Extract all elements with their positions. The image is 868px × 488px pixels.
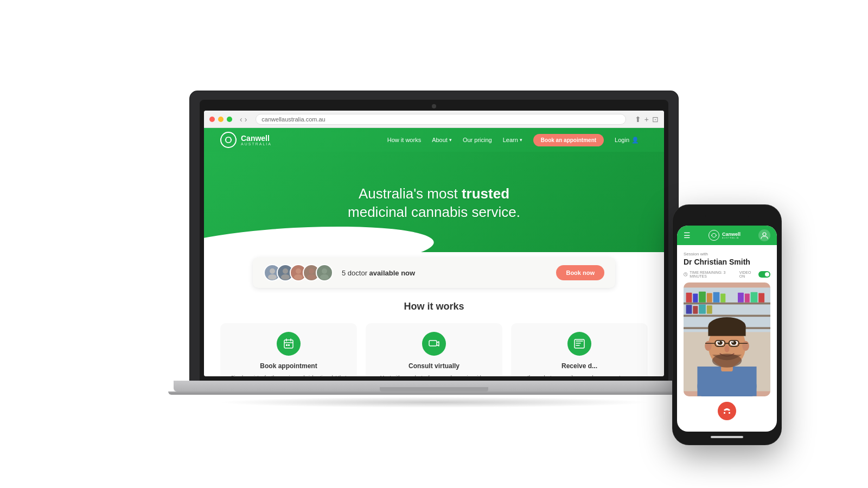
doctor-avatar-5 [316,264,333,281]
laptop-device: ‹ › canwellaustralia.com.au ⬆ + ⊡ [190,91,678,408]
back-button[interactable]: ‹ [240,115,242,124]
video-toggle[interactable]: VIDEO ON [739,271,770,278]
laptop-base [174,381,694,391]
svg-point-11 [320,274,329,280]
toggle-switch[interactable] [758,271,770,278]
svg-point-10 [322,268,327,274]
nav-pricing[interactable]: Our pricing [463,137,492,143]
phone-logo-icon [709,230,719,241]
browser-actions: ⬆ + ⊡ [635,115,659,124]
svg-rect-26 [684,303,770,305]
step-3-desc: If your doctor prescribes our pharmacy p… [520,374,639,376]
svg-rect-42 [758,293,764,303]
phone-logo[interactable]: Canwell AUSTRALIA [709,230,741,241]
hero-section: Australia's most trusted medicinal canna… [204,152,664,255]
laptop-screen: ‹ › canwellaustralia.com.au ⬆ + ⊡ [204,111,664,376]
phone-screen: ☰ Canwell AUSTRALIA [677,226,777,432]
cta-book-button[interactable]: Book now [556,265,604,280]
url-text: canwellaustralia.com.au [261,116,325,123]
svg-rect-64 [724,412,725,414]
close-window-button[interactable] [209,117,215,122]
logo-icon [220,132,237,148]
hero-text: Australia's most trusted medicinal canna… [348,185,520,222]
svg-point-21 [716,235,717,236]
cta-bar: 5 doctor available now Book now [253,258,615,288]
nav-logo[interactable]: Canwell AUSTRALIA [220,132,272,148]
session-label: Session with [684,252,770,256]
svg-point-55 [718,341,720,343]
browser-nav: ‹ › [240,115,247,124]
sidebar-icon[interactable]: ⊡ [652,115,659,124]
website-content: Canwell AUSTRALIA How it works About [204,128,664,376]
svg-point-49 [705,341,712,351]
time-remaining: TIME REMAINING: 3 MINUTES [684,271,739,278]
video-frame [684,282,770,396]
nav-login[interactable]: Login 👤 [615,137,639,144]
nav-links: How it works About Our pricing Learn [387,134,639,146]
step-3-icon [567,332,591,356]
step-3-card: Receive d... If your doctor prescribes o… [511,323,648,376]
svg-point-22 [763,233,766,236]
svg-rect-36 [693,306,698,314]
step-1-icon [277,332,301,356]
svg-point-8 [309,268,314,274]
svg-point-50 [742,341,749,351]
doctor-avatars [264,264,333,281]
logo-sub-text: AUSTRALIA [241,142,272,146]
phone-user-icon[interactable] [758,229,770,241]
svg-rect-39 [738,293,744,303]
svg-rect-29 [686,293,692,303]
svg-rect-38 [707,305,712,313]
step-1-title: Book appointment [229,362,348,370]
svg-rect-12 [284,340,293,348]
laptop-foot [168,391,700,395]
laptop-bezel: ‹ › canwellaustralia.com.au ⬆ + ⊡ [200,100,668,381]
svg-point-0 [225,139,226,140]
phone-logo-text: Canwell AUSTRALIA [722,232,741,239]
svg-rect-35 [686,305,692,313]
url-bar[interactable]: canwellaustralia.com.au [256,114,626,125]
how-it-works-section: How it works [204,288,664,376]
svg-rect-48 [708,326,745,336]
step-1-desc: Simply register for the service and pick… [229,374,348,376]
share-icon[interactable]: ⬆ [635,115,641,124]
logo-main-text: Canwell [241,134,272,142]
svg-rect-27 [684,315,770,317]
svg-rect-31 [699,292,706,303]
laptop-camera [432,104,436,108]
nav-about[interactable]: About [432,137,452,143]
svg-point-9 [307,274,316,280]
phone-navbar: ☰ Canwell AUSTRALIA [677,226,777,245]
hero-title: Australia's most trusted medicinal canna… [348,185,520,222]
end-call-button[interactable] [718,402,736,420]
website-navbar: Canwell AUSTRALIA How it works About [204,128,664,152]
svg-point-5 [281,274,290,280]
home-indicator [711,436,743,438]
step-1-card: Book appointment Simply register for the… [220,323,357,376]
scene: ‹ › canwellaustralia.com.au ⬆ + ⊡ [0,0,868,488]
new-tab-icon[interactable]: + [644,115,649,124]
svg-rect-30 [693,293,698,302]
step-2-desc: Meet with your doctor from anywhere usin… [374,374,494,376]
svg-rect-65 [729,412,730,414]
minimize-window-button[interactable] [218,117,224,122]
svg-point-53 [718,341,723,345]
maximize-window-button[interactable] [227,117,232,122]
svg-point-4 [283,268,288,274]
svg-rect-16 [286,344,288,346]
phone-device: ☰ Canwell AUSTRALIA [673,205,781,445]
nav-book-button[interactable]: Book an appointment [533,134,604,146]
nav-how-it-works[interactable]: How it works [387,137,421,143]
session-meta: TIME REMAINING: 3 MINUTES VIDEO ON [684,271,770,278]
svg-point-3 [268,274,277,280]
cta-availability-text: 5 doctor available now [342,269,415,277]
forward-button[interactable]: › [245,115,247,124]
section-title: How it works [220,301,648,312]
svg-rect-34 [720,293,725,302]
svg-point-20 [711,235,712,236]
svg-rect-17 [288,344,290,346]
nav-learn[interactable]: Learn [503,137,522,143]
laptop-screen-outer: ‹ › canwellaustralia.com.au ⬆ + ⊡ [190,91,678,381]
hamburger-icon[interactable]: ☰ [684,231,691,240]
svg-rect-40 [745,293,750,302]
